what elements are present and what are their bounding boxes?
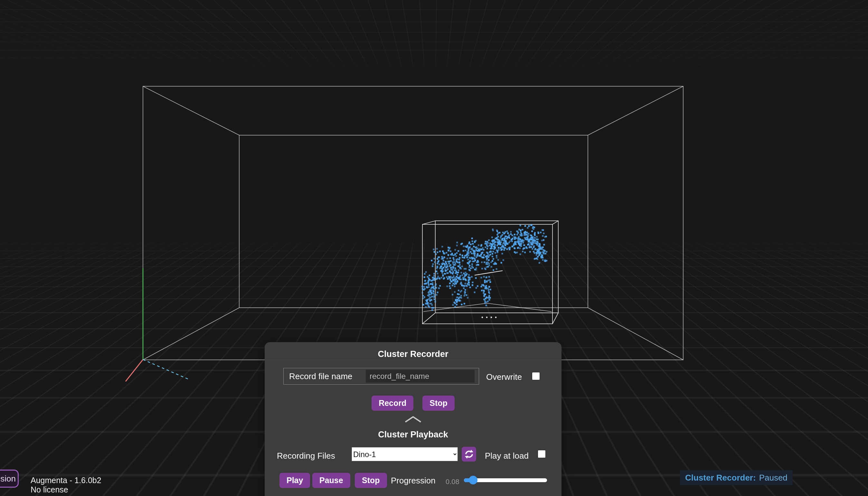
overwrite-checkbox[interactable] [532,372,540,380]
recorder-status-label: Cluster Recorder: [685,473,756,483]
chevron-up-icon [405,416,421,423]
refresh-icon [464,449,474,459]
record-file-row: Record file name [283,368,479,385]
collapse-panel-control[interactable] [265,416,561,423]
progression-value: 0.08 [446,478,460,486]
progression-label: Progression [391,476,436,486]
record-button[interactable]: Record [372,396,414,411]
license-text: No license [31,485,102,494]
viewport[interactable]: Cluster Recorder Record file name Overwr… [0,0,868,496]
play-button[interactable]: Play [279,473,310,488]
progression-slider-thumb[interactable] [469,476,478,484]
playback-stop-button[interactable]: Stop [355,473,387,488]
overwrite-label: Overwrite [486,372,522,382]
record-file-input[interactable] [366,370,475,383]
record-buttons-row: Record Stop [265,396,561,411]
progression-slider[interactable] [464,478,547,482]
refresh-files-button[interactable] [462,447,476,462]
recorder-status-bar: Cluster Recorder: Paused [680,470,793,485]
app-version-text: Augmenta - 1.6.0b2 [31,476,102,485]
pause-button[interactable]: Pause [312,473,350,488]
recorder-status-value: Paused [759,473,788,483]
play-at-load-label: Play at load [485,451,529,461]
record-file-label: Record file name [289,371,353,382]
app-version-block: Augmenta - 1.6.0b2 No license [31,476,102,494]
session-button-label: sion [0,474,16,484]
cluster-recorder-panel: Cluster Recorder Record file name Overwr… [265,342,561,496]
session-button[interactable]: sion [0,470,19,487]
panel-title: Cluster Recorder [265,349,561,359]
record-stop-button[interactable]: Stop [422,396,454,411]
recording-files-label: Recording Files [277,451,335,461]
recording-files-select[interactable]: Dino-1 [352,447,458,461]
play-at-load-checkbox[interactable] [538,450,546,458]
playback-title: Cluster Playback [265,430,561,440]
